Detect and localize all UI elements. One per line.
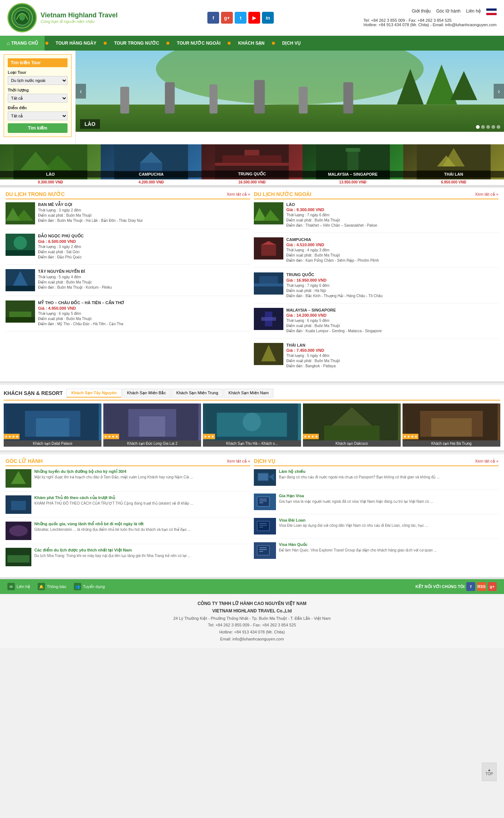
slider-dots <box>476 125 500 129</box>
tour-4-duration: Thời lượng : 6 ngày 5 đêm <box>38 311 250 316</box>
footer-notification[interactable]: 🔔 Thông báo <box>38 583 66 590</box>
nav-services[interactable]: DỊCH VỤ <box>276 36 307 50</box>
nav-home[interactable]: ⌂ TRANG CHỦ <box>0 36 45 51</box>
services-link[interactable]: Xem tất cả » <box>475 459 498 464</box>
thoi-luong-label: Thời lượng <box>8 88 68 93</box>
googleplus-icon[interactable]: g+ <box>221 12 233 24</box>
service-1-desc: Gia hạn visa là việc người nước ngoài đã… <box>279 499 433 504</box>
search-button[interactable]: Tìm kiếm <box>8 123 68 133</box>
hotel-card-0[interactable]: ★★★★ Khách sạn Dalat Palace <box>4 403 101 447</box>
foreign-tour-4-price: Giá : 14.200.000 VND <box>286 313 498 317</box>
dest-china[interactable]: TRUNG QUỐC 16.500.000 VNĐ <box>201 144 302 185</box>
slider-dot-4[interactable] <box>491 125 495 129</box>
youtube-icon[interactable]: ▶ <box>248 12 260 24</box>
hotel-card-1[interactable]: ★★★★ Khách sạn Đức Long Gia Lai 2 <box>103 403 201 447</box>
hotel-4-name: Khách sạn Hai Bà Trưng <box>403 440 500 447</box>
linkedin-icon[interactable]: in <box>262 12 274 24</box>
hotel-card-2[interactable]: ★★★ Khách Sạn Thu Hà – Khách s... <box>203 403 301 447</box>
hotel-card-4[interactable]: ★★★★ Khách sạn Hai Bà Trưng <box>403 403 500 447</box>
dest-laos[interactable]: LÀO 9.300.000 VNĐ <box>0 144 101 185</box>
tour-2-price: Giá : 6.500.000 VND <box>38 239 250 244</box>
slider-dot-2[interactable] <box>481 125 485 129</box>
hotel-tab-1[interactable]: Khách Sạn Miền Bắc <box>122 389 170 398</box>
blog-1-title[interactable]: Khám phá Thủ đô theo cách của trượt thủ <box>34 495 193 500</box>
svg-rect-8 <box>210 85 218 114</box>
hotel-tab-2[interactable]: Khách Sạn Miền Trung <box>172 389 223 398</box>
svg-rect-24 <box>215 163 289 166</box>
dest-cambodia-name: CAMPUCHIA <box>101 171 201 178</box>
blog-link[interactable]: Xem tất cả » <box>227 459 250 464</box>
svg-rect-29 <box>345 148 360 152</box>
footer-contact[interactable]: ✉ Liên hệ <box>7 583 30 590</box>
dest-malaysia[interactable]: MALAYSIA – SINGAPORE 13.950.000 VNĐ <box>303 144 403 185</box>
loai-tour-select[interactable]: Du lịch nước ngoài <box>8 76 68 85</box>
tour-1-depart: Điểm xuất phát : Buôn Ma Thuột <box>38 213 250 218</box>
diem-den-select[interactable]: Tất cả <box>8 111 68 120</box>
slider-dot-3[interactable] <box>486 125 490 129</box>
twitter-icon[interactable]: t <box>235 12 246 24</box>
travel-corner-link[interactable]: Góc lữ hành <box>436 8 460 15</box>
foreign-tour-3-info: TRUNG QUỐC Giá : 16.950.000 VND Thời lượ… <box>286 272 498 299</box>
blog-2-title[interactable]: Những quốc gia, vùng lãnh thổ nhỏ bé đi … <box>34 522 191 526</box>
foreign-tour-5: THÁI LAN Giá : 7.450.000 VND Thời lượng … <box>254 343 498 373</box>
hotel-0-name: Khách sạn Dalat Palace <box>4 440 101 447</box>
foreign-tour-4-thumb <box>254 308 283 330</box>
footer-facebook-icon[interactable]: f <box>466 582 475 591</box>
site-tagline: Cùng bạn đi nguồn năm châu <box>41 19 118 24</box>
dest-malaysia-price: 13.950.000 VNĐ <box>303 179 403 185</box>
domestic-link[interactable]: Xem tất cả » <box>227 192 250 197</box>
foreign-link[interactable]: Xem tất cả » <box>475 192 498 197</box>
dest-laos-price: 9.300.000 VNĐ <box>0 179 101 185</box>
footer-rss-icon[interactable]: RSS <box>477 582 486 591</box>
service-item-3: Visa Hàn Quốc Để làm Hàn Quốc. Vina Expl… <box>254 542 498 563</box>
tour-4-price: Giá : 4.950.000 VND <box>38 306 250 310</box>
slider-dot-5[interactable] <box>497 125 500 129</box>
hotels-title: KHÁCH SẠN & RESORT <box>4 390 63 396</box>
svg-rect-63 <box>36 418 69 437</box>
hotel-tab-3[interactable]: Khách Sạn Miền Nam <box>224 389 273 398</box>
foreign-tour-3-price: Giá : 16.950.000 VND <box>286 278 498 282</box>
slider-prev[interactable]: ‹ <box>76 84 86 99</box>
nav-separator-5 <box>272 42 275 45</box>
footer-googleplus-icon[interactable]: g+ <box>488 582 497 591</box>
dest-thailand-price: 6.950.000 VNĐ <box>403 179 504 185</box>
blog-col: GÓC LỮ HÀNH Xem tất cả » Những tuyến du … <box>4 458 252 574</box>
tour-1-duration: Thời lượng : 3 ngày 2 đêm <box>38 208 250 213</box>
foreign-tour-2-info: CAMPUCHIA Giá : 4.510.000 VND Thời lượng… <box>286 237 498 263</box>
thoi-luong-select[interactable]: Tất cả <box>8 94 68 103</box>
tour-2-duration: Thời lượng : 3 ngày 2 đêm <box>38 244 250 250</box>
nav-foreign-tours[interactable]: TOUR NƯỚC NGOÀI <box>170 36 227 50</box>
footer-recruitment[interactable]: 👥 Tuyển dụng <box>74 583 105 590</box>
service-3-desc: Để làm Hàn Quốc. Vina Explorer Travel Gr… <box>279 548 437 553</box>
foreign-tour-3-thumb <box>254 272 283 295</box>
slider-dot-1[interactable] <box>476 125 480 129</box>
contact-link[interactable]: Liên hệ <box>466 8 481 15</box>
hotel-2-img <box>203 403 301 440</box>
footer-nav: ✉ Liên hệ 🔔 Thông báo 👥 Tuyển dụng KẾT N… <box>0 579 504 594</box>
foreign-title: DU LỊCH NƯỚC NGOÀI <box>254 191 311 197</box>
foreign-tour-5-depart: Điểm xuất phát : Buôn Ma Thuột <box>286 358 498 364</box>
nav-domestic-tours[interactable]: TOUR TRONG NƯỚC <box>107 36 166 50</box>
slider-image: LÀO <box>76 51 504 132</box>
service-item-0: Làm hộ chiếu Bạn đang có nhu cầu đi nước… <box>254 469 498 490</box>
svg-rect-54 <box>254 283 283 286</box>
blog-0-thumb <box>6 469 31 488</box>
blog-item-3: Các điểm du lịch được yêu thích nhất tại… <box>6 548 250 570</box>
blog-3-title[interactable]: Các điểm du lịch được yêu thích nhất tại… <box>34 548 191 553</box>
hotel-card-3[interactable]: ★★★★ Khách sạn Dakruco <box>303 403 401 447</box>
slider-next[interactable]: › <box>494 84 504 99</box>
foreign-tour-2-name: CAMPUCHIA <box>286 237 498 242</box>
dest-thailand[interactable]: THÁI LAN 6.950.000 VNĐ <box>403 144 504 185</box>
domestic-tour-4: MỸ THO – CHÂU ĐỐC – HÀ TIÊN – CẦN THƠ Gi… <box>6 300 250 331</box>
dest-laos-name: LÀO <box>0 171 101 178</box>
dest-cambodia[interactable]: CAMPUCHIA 4.200.000 VNĐ <box>101 144 201 185</box>
svg-rect-6 <box>120 87 129 114</box>
intro-link[interactable]: Giới thiệu <box>412 8 431 15</box>
svg-point-2 <box>19 13 25 21</box>
nav-daily-tours[interactable]: TOUR HÀNG NGÀY <box>49 36 103 50</box>
nav-hotels[interactable]: KHÁCH SẠN <box>231 36 271 50</box>
blog-0-title[interactable]: Những tuyến du lịch đường bộ cho kỳ nghỉ… <box>34 469 193 474</box>
blog-item-0: Những tuyến du lịch đường bộ cho kỳ nghỉ… <box>6 469 250 492</box>
facebook-icon[interactable]: f <box>207 12 219 24</box>
hotel-tab-0[interactable]: Khách Sạn Tây Nguyên <box>66 389 121 398</box>
